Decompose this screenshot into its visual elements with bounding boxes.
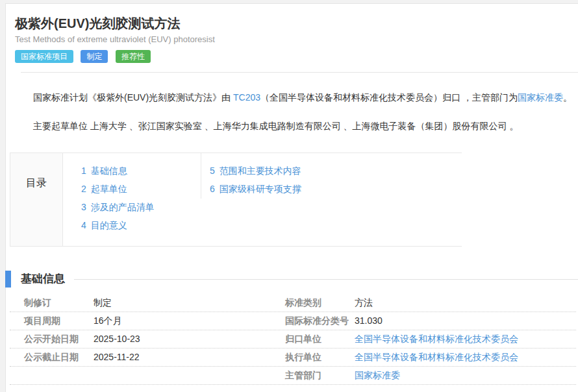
toc-label: 范围和主要技术内容 bbox=[220, 165, 301, 176]
field-label bbox=[24, 367, 94, 384]
table-cell-right: 标准类别 方法 bbox=[285, 294, 576, 312]
field-value: 2025-10-23 bbox=[94, 330, 140, 348]
field-label: 公示截止日期 bbox=[24, 349, 94, 366]
table-row: 公示截止日期 2025-11-22 执行单位 全国半导体设备和材料标准化技术委员… bbox=[10, 349, 576, 367]
table-row: 项目周期 16个月 国际标准分类号 31.030 bbox=[10, 312, 576, 330]
header-divider bbox=[21, 72, 578, 73]
field-value: 制定 bbox=[94, 294, 112, 312]
toc-link-2[interactable]: 2起草单位 bbox=[81, 184, 127, 194]
field-label: 执行单位 bbox=[285, 349, 355, 366]
toc-box: 目录 1基础信息 2起草单位 3涉及的产品清单 4目的意义 5范围和主要技术内容… bbox=[10, 153, 462, 247]
page-title: 极紫外(EUV)光刻胶测试方法 bbox=[15, 13, 578, 32]
field-label: 公示开始日期 bbox=[24, 330, 94, 348]
toc-num: 3 bbox=[81, 202, 86, 212]
toc-column-divider bbox=[201, 153, 201, 199]
executing-unit-link[interactable]: 全国半导体设备和材料标准化技术委员会 bbox=[355, 349, 518, 366]
toc-link-4[interactable]: 4目的意义 bbox=[81, 220, 127, 230]
toc-columns: 1基础信息 2起草单位 3涉及的产品清单 4目的意义 5范围和主要技术内容 6国… bbox=[63, 153, 301, 246]
toc-link-3[interactable]: 3涉及的产品清单 bbox=[81, 202, 155, 212]
table-row: 主管部门 国家标准委 bbox=[10, 367, 576, 385]
toc-item-research-support[interactable]: 6国家级科研专项支撑 bbox=[210, 180, 301, 198]
field-label: 项目周期 bbox=[24, 312, 94, 330]
badge-formulate: 制定 bbox=[81, 50, 108, 63]
intro-p1-prefix: 国家标准计划《极紫外(EUV)光刻胶测试方法》由 bbox=[33, 92, 233, 103]
toc-label: 国家级科研专项支撑 bbox=[220, 184, 301, 194]
toc-column-2: 5范围和主要技术内容 6国家级科研专项支撑 bbox=[201, 162, 301, 246]
intro-section: 国家标准计划《极紫外(EUV)光刻胶测试方法》由 TC203（全国半导体设备和材… bbox=[15, 91, 578, 132]
tc203-link[interactable]: TC203 bbox=[233, 92, 260, 103]
field-label: 标准类别 bbox=[285, 294, 355, 312]
toc-label: 起草单位 bbox=[91, 184, 127, 194]
intro-p1-suffix: 。 bbox=[563, 92, 572, 103]
field-value: 2025-11-22 bbox=[94, 349, 140, 366]
table-cell-left: 公示截止日期 2025-11-22 bbox=[10, 349, 285, 366]
toc-item-basic-info[interactable]: 1基础信息 bbox=[81, 162, 201, 180]
table-cell-right: 执行单位 全国半导体设备和材料标准化技术委员会 bbox=[285, 349, 576, 366]
toc-column-1: 1基础信息 2起草单位 3涉及的产品清单 4目的意义 bbox=[63, 162, 201, 246]
intro-p1-middle: （全国半导体设备和材料标准化技术委员会）归口 ，主管部门为 bbox=[260, 92, 518, 103]
toc-num: 5 bbox=[210, 165, 215, 176]
table-cell-left: 公示开始日期 2025-10-23 bbox=[10, 330, 285, 348]
badge-row: 国家标准项目 制定 推荐性 bbox=[15, 50, 578, 63]
toc-label: 基础信息 bbox=[91, 165, 127, 176]
toc-num: 2 bbox=[81, 184, 86, 194]
table-row: 制修订 制定 标准类别 方法 bbox=[10, 294, 576, 312]
centralized-unit-link[interactable]: 全国半导体设备和材料标准化技术委员会 bbox=[355, 330, 518, 348]
standard-detail-card: 极紫外(EUV)光刻胶测试方法 Test Methods of extreme … bbox=[5, 3, 578, 392]
toc-link-6[interactable]: 6国家级科研专项支撑 bbox=[210, 184, 301, 194]
field-value: 31.030 bbox=[355, 312, 383, 330]
toc-num: 4 bbox=[81, 220, 86, 230]
toc-item-drafting-units[interactable]: 2起草单位 bbox=[81, 180, 201, 198]
badge-national-standard-project: 国家标准项目 bbox=[15, 50, 73, 63]
table-row: 公示开始日期 2025-10-23 归口单位 全国半导体设备和材料标准化技术委员… bbox=[10, 330, 576, 349]
dept-link[interactable]: 国家标准委 bbox=[518, 92, 563, 103]
toc-heading: 目录 bbox=[10, 153, 63, 246]
intro-paragraph-2: 主要起草单位 上海大学 、张江国家实验室 、上海华力集成电路制造有限公司 、上海… bbox=[15, 119, 577, 132]
competent-dept-link[interactable]: 国家标准委 bbox=[355, 367, 400, 384]
field-label: 主管部门 bbox=[285, 367, 355, 384]
toc-label: 目的意义 bbox=[91, 220, 127, 230]
page-subtitle-english: Test Methods of extreme ultraviolet (EUV… bbox=[15, 34, 578, 45]
toc-link-1[interactable]: 1基础信息 bbox=[81, 165, 127, 176]
field-value: 16个月 bbox=[94, 312, 122, 330]
toc-link-5[interactable]: 5范围和主要技术内容 bbox=[210, 165, 301, 176]
toc-item-scope[interactable]: 5范围和主要技术内容 bbox=[210, 162, 301, 180]
basic-info-section-header: 基础信息 bbox=[5, 271, 578, 288]
toc-item-product-list[interactable]: 3涉及的产品清单 bbox=[81, 198, 201, 216]
intro-paragraph-1: 国家标准计划《极紫外(EUV)光刻胶测试方法》由 TC203（全国半导体设备和材… bbox=[15, 91, 577, 104]
section-rule bbox=[74, 279, 578, 280]
section-accent-bar bbox=[5, 271, 11, 288]
table-cell-left bbox=[10, 367, 285, 384]
field-label: 国际标准分类号 bbox=[285, 312, 355, 330]
table-cell-left: 项目周期 16个月 bbox=[10, 312, 285, 330]
table-cell-right: 归口单位 全国半导体设备和材料标准化技术委员会 bbox=[285, 330, 576, 348]
basic-info-table: 制修订 制定 标准类别 方法 项目周期 16个月 国际标准分类号 31.030 … bbox=[10, 294, 576, 385]
badge-recommended: 推荐性 bbox=[116, 50, 151, 63]
field-label: 制修订 bbox=[24, 294, 94, 312]
toc-num: 1 bbox=[81, 165, 86, 176]
table-cell-right: 国际标准分类号 31.030 bbox=[285, 312, 576, 330]
toc-item-purpose[interactable]: 4目的意义 bbox=[81, 216, 201, 234]
table-cell-right: 主管部门 国家标准委 bbox=[285, 367, 576, 384]
table-cell-left: 制修订 制定 bbox=[10, 294, 285, 312]
toc-label: 涉及的产品清单 bbox=[91, 202, 155, 212]
section-title: 基础信息 bbox=[21, 271, 65, 288]
toc-num: 6 bbox=[210, 184, 215, 194]
field-value: 方法 bbox=[355, 294, 373, 312]
field-label: 归口单位 bbox=[285, 330, 355, 348]
